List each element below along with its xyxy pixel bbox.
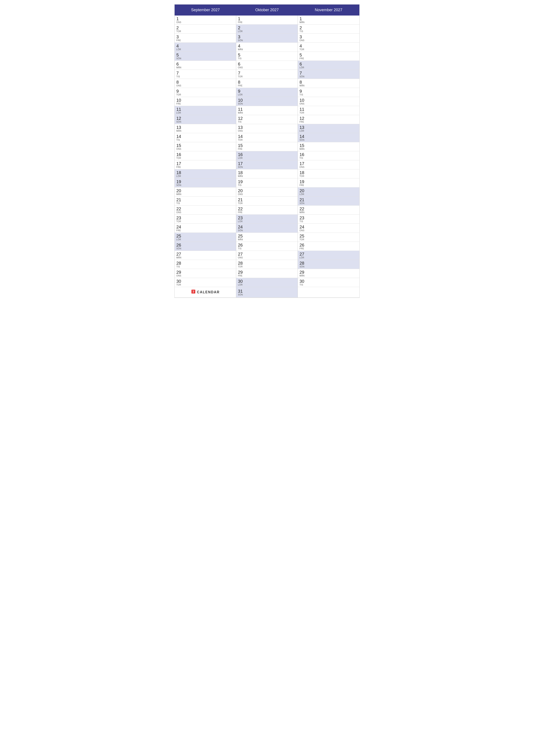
day-name: TIS [299, 220, 358, 223]
day-cell: 15FRE [236, 142, 298, 151]
day-number: 26 [176, 243, 234, 247]
day-cell: 30TOR [175, 278, 236, 287]
day-name: ONS [176, 275, 234, 277]
day-name: FRE [176, 103, 234, 105]
day-name: ONS [238, 67, 296, 69]
day-cell: 23TIS [298, 215, 359, 224]
day-number: 28 [238, 261, 296, 265]
day-number: 11 [176, 107, 234, 112]
day-cell: 2LÖR [236, 25, 298, 34]
day-number: 23 [238, 216, 296, 220]
day-number: 8 [299, 80, 358, 85]
day-name: MÅN [299, 275, 358, 277]
day-cell: 6LÖR [298, 61, 359, 70]
day-number: 21 [238, 198, 296, 202]
day-number: 14 [299, 134, 358, 139]
day-name: TOR [176, 94, 234, 96]
day-number: 4 [176, 43, 234, 48]
day-name: MÅN [176, 256, 234, 259]
day-number: 20 [299, 188, 358, 193]
day-cell: 8FRE [236, 79, 298, 88]
day-name: TIS [299, 157, 358, 159]
day-cell: 8MÅN [298, 79, 359, 88]
empty-cell [298, 287, 359, 298]
day-cell: 23LÖR [236, 215, 298, 224]
day-name: TOR [238, 265, 296, 268]
day-name: FRE [299, 121, 358, 123]
day-number: 28 [176, 261, 234, 265]
day-name: MÅN [176, 193, 234, 196]
day-name: TIS [299, 94, 358, 96]
day-number: 27 [299, 252, 358, 256]
day-name: SÖN [238, 229, 296, 232]
day-name: LÖR [238, 30, 296, 33]
day-cell: 17FRE [175, 160, 236, 169]
day-cell: 9LÖR [236, 88, 298, 97]
day-number: 9 [299, 89, 358, 94]
day-name: SÖN [238, 103, 296, 105]
day-name: FRE [299, 184, 358, 186]
day-cell: 25MÅN [236, 233, 298, 242]
day-number: 17 [176, 161, 234, 166]
day-name: FRE [176, 39, 234, 41]
day-name: FRE [176, 166, 234, 168]
day-cell: 26FRE [298, 242, 359, 251]
day-name: TOR [299, 112, 358, 114]
day-number: 25 [238, 233, 296, 238]
day-number: 4 [238, 43, 296, 48]
day-number: 15 [299, 143, 358, 148]
day-cell: 29ONS [175, 269, 236, 278]
day-name: SÖN [238, 293, 296, 296]
day-number: 21 [176, 198, 234, 202]
day-number: 31 [238, 289, 296, 293]
day-number: 30 [299, 279, 358, 284]
day-cell: 30TIS [298, 278, 359, 287]
day-number: 16 [299, 152, 358, 157]
day-cell: 3SÖN [236, 34, 298, 43]
day-name: LÖR [238, 94, 296, 96]
day-name: ONS [238, 130, 296, 132]
day-cell: 4TOR [298, 43, 359, 52]
day-number: 18 [176, 170, 234, 175]
day-name: TIS [176, 202, 234, 204]
day-number: 15 [176, 143, 234, 148]
day-number: 9 [176, 89, 234, 94]
day-cell: 28TOR [236, 260, 298, 269]
day-number: 14 [176, 134, 234, 139]
day-cell: 13MÅN [175, 124, 236, 133]
day-name: ONS [299, 103, 358, 105]
day-name: SÖN [238, 166, 296, 168]
day-name: FRE [238, 21, 296, 23]
day-name: MÅN [299, 211, 358, 214]
day-cell: 9TIS [298, 88, 359, 97]
day-cell: 13ONS [236, 124, 298, 133]
day-name: TOR [238, 202, 296, 204]
day-cell: 9TOR [175, 88, 236, 97]
day-number: 24 [176, 225, 234, 229]
day-number: 7 [299, 71, 358, 75]
day-name: LÖR [299, 67, 358, 69]
day-name: ONS [176, 211, 234, 214]
day-number: 23 [176, 216, 234, 220]
day-cell: 27LÖR [298, 251, 359, 260]
day-name: ONS [238, 256, 296, 259]
day-number: 12 [238, 116, 296, 121]
day-name: SÖN [238, 39, 296, 41]
day-cell: 6MÅN [175, 61, 236, 70]
day-cell: 27MÅN [175, 251, 236, 260]
day-number: 12 [176, 116, 234, 121]
day-name: TOR [176, 284, 234, 286]
day-number: 30 [176, 279, 234, 284]
day-cell: 7TIS [175, 70, 236, 79]
day-name: TOR [176, 30, 234, 33]
day-name: ONS [299, 39, 358, 41]
day-cell: 21SÖN [298, 197, 359, 205]
day-number: 27 [176, 252, 234, 256]
day-cell: 12SÖN [175, 115, 236, 124]
day-name: TIS [238, 247, 296, 250]
day-number: 8 [238, 80, 296, 85]
day-cell: 14SÖN [298, 133, 359, 142]
day-name: MÅN [238, 175, 296, 177]
day-number: 4 [299, 43, 358, 48]
day-number: 2 [238, 25, 296, 30]
